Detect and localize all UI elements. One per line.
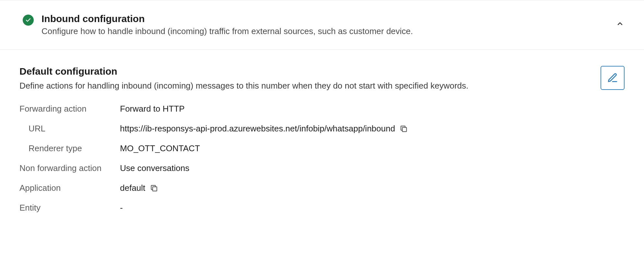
copy-url-button[interactable] [400,125,408,133]
default-configuration-section: Default configuration Define actions for… [0,50,644,226]
header-text-block: Inbound configuration Configure how to h… [42,13,608,36]
edit-button[interactable] [601,66,625,90]
panel-description: Configure how to handle inbound (incomin… [42,26,608,36]
non-forwarding-action-label: Non forwarding action [19,163,120,173]
section-title: Default configuration [19,66,625,77]
copy-application-button[interactable] [150,184,158,192]
non-forwarding-action-value: Use conversations [120,163,625,173]
forwarding-action-label: Forwarding action [19,104,120,114]
entity-label: Entity [19,203,120,213]
url-label: URL [19,124,120,134]
section-description: Define actions for handling inbound (inc… [19,81,625,91]
panel-header[interactable]: Inbound configuration Configure how to h… [0,0,644,50]
renderer-type-label: Renderer type [19,143,120,153]
forwarding-action-value: Forward to HTTP [120,104,625,114]
url-text: https://ib-responsys-api-prod.azurewebsi… [120,124,395,134]
config-fields: Forwarding action Forward to HTTP URL ht… [19,104,625,213]
application-label: Application [19,183,120,193]
svg-rect-1 [153,187,157,191]
check-icon [23,15,34,26]
entity-value: - [120,203,625,213]
svg-rect-0 [402,127,407,131]
url-value: https://ib-responsys-api-prod.azurewebsi… [120,124,625,134]
panel-title: Inbound configuration [42,13,608,24]
collapse-toggle[interactable] [615,19,625,28]
renderer-type-value: MO_OTT_CONTACT [120,143,625,153]
application-text: default [120,183,145,193]
application-value: default [120,183,625,193]
